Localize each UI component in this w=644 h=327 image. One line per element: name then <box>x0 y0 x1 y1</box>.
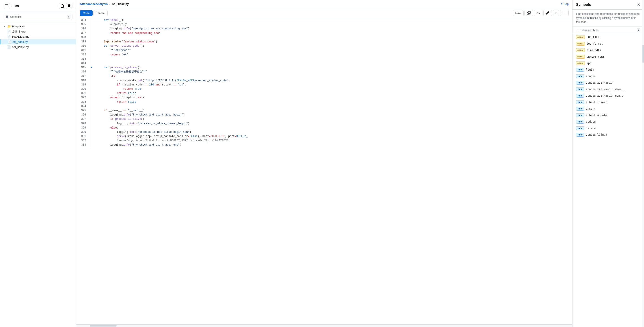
table-row: 305 # 这样写日志 <box>76 22 572 27</box>
folder-icon: 📁 <box>7 25 11 28</box>
symbol-item-app[interactable]: const app <box>572 60 644 66</box>
symbol-item-zongbu-kaoqin[interactable]: func zongbu_xzz_kaoqin <box>572 80 644 86</box>
table-row: 314 <box>76 61 572 66</box>
symbol-type-badge: const <box>576 61 585 65</box>
symbol-item-insert[interactable]: func insert <box>572 106 644 112</box>
filter-icon <box>576 28 579 32</box>
search-button[interactable] <box>66 3 72 9</box>
table-row: 331 serve(TransLogger(app, setup_console… <box>76 134 572 138</box>
symbol-item-zongbu[interactable]: func zongbu <box>572 73 644 80</box>
blame-tab[interactable]: Blame <box>94 10 108 16</box>
breadcrumb-separator: / <box>110 2 110 6</box>
table-row: 306 logging.info("myendpoint We are comp… <box>76 27 572 31</box>
file-name: sql_flask.py <box>12 40 28 44</box>
breadcrumb-file: sql_flask.py <box>112 2 129 6</box>
symbols-header: Symbols ✕ <box>572 0 644 10</box>
new-file-button[interactable] <box>59 3 65 9</box>
tree-item-dsstore[interactable]: 📄 .DS_Store <box>0 29 76 34</box>
symbol-item-submit-update[interactable]: func submit_update <box>572 112 644 118</box>
table-row: 326 logging.info("try check and start ap… <box>76 113 572 117</box>
table-row: 315 ▼ def process_is_alive(): <box>76 66 572 70</box>
symbol-item-update[interactable]: func update <box>572 118 644 125</box>
table-row: 313 <box>76 57 572 61</box>
copy-button[interactable] <box>524 10 533 16</box>
table-row: 320 return True <box>76 87 572 91</box>
symbol-type-badge: func <box>576 87 584 91</box>
symbol-name: zongbu_lijuan <box>586 133 607 136</box>
symbols-scrollbar-track[interactable] <box>642 0 644 327</box>
symbol-name: submit_update <box>586 114 607 117</box>
top-button[interactable]: Top <box>560 2 569 6</box>
table-row: 330 logging.info("process_is_not_alive_b… <box>76 130 572 134</box>
file-icon: 📄 <box>8 40 11 44</box>
symbol-type-badge: func <box>576 133 584 136</box>
main-content: AttendanceAnalysis / sql_flask.py Top Co… <box>76 0 572 327</box>
table-row: 304 def index(): <box>76 18 572 22</box>
symbol-item-zongbu-kaoqin-daoc[interactable]: func zongbu_xzz_kaoqin_daoc... <box>572 86 644 92</box>
file-icon: 📄 <box>7 30 11 33</box>
symbols-description: Find definitions and references for func… <box>572 10 644 26</box>
goto-file-input[interactable]: Go to file t <box>4 14 72 20</box>
symbol-name: log_format <box>586 42 603 45</box>
breadcrumb-repo-link[interactable]: AttendanceAnalysis <box>80 2 108 6</box>
edit-button[interactable] <box>543 10 552 16</box>
symbol-type-badge: func <box>576 107 584 110</box>
symbol-type-badge: func <box>576 120 584 124</box>
tree-item-sql-flask[interactable]: 📄 sql_flask.py <box>0 39 76 44</box>
close-button[interactable]: ✕ <box>637 3 640 7</box>
file-header: AttendanceAnalysis / sql_flask.py Top <box>76 0 572 8</box>
symbols-button[interactable] <box>560 10 569 16</box>
sidebar-toggle-button[interactable] <box>4 3 10 9</box>
raw-button[interactable]: Raw <box>513 10 524 16</box>
symbol-type-badge: func <box>576 94 584 98</box>
toolbar-actions: Raw ▾ <box>513 10 569 16</box>
scrollbar-thumb[interactable] <box>90 325 116 326</box>
code-area[interactable]: 304 def index(): 305 # 这样写日志 306 logging… <box>76 18 572 324</box>
symbol-type-badge: func <box>576 126 584 130</box>
table-row: 310 def server_status_code(): <box>76 44 572 48</box>
file-icon: 📄 <box>7 45 11 49</box>
symbol-item-time-hdls[interactable]: const time_hdls <box>572 47 644 54</box>
tree-item-readme[interactable]: 📄 README.md <box>0 34 76 39</box>
symbol-name: zongbu_xzz_kaoqin_daoc... <box>586 88 626 91</box>
symbol-type-badge: func <box>576 100 584 104</box>
symbol-name: insert <box>586 107 596 110</box>
symbol-item-submit-insert[interactable]: func submit_insert <box>572 99 644 106</box>
symbol-item-deploy-port[interactable]: const DEPLOY_PORT <box>572 54 644 60</box>
goto-file-bar: Go to file t <box>0 12 76 22</box>
table-row: 307 return 'We are computering now' <box>76 31 572 36</box>
symbols-scrollbar-thumb[interactable] <box>642 45 644 63</box>
table-row: 308 <box>76 36 572 40</box>
table-row: 329 else: <box>76 126 572 130</box>
filter-shortcut: r <box>637 28 640 32</box>
table-row: 318 r = requests.get(f"http://127.0.0.1:… <box>76 78 572 83</box>
more-options-button[interactable]: ▾ <box>553 10 559 16</box>
table-row: 333 logging.info("try check and start ap… <box>76 143 572 147</box>
symbol-name: submit_insert <box>586 101 607 104</box>
chevron-down-icon: ▼ <box>4 25 6 28</box>
goto-file-shortcut: t <box>67 15 70 18</box>
symbol-item-zongbu-kaoqin-gon[interactable]: func zongbu_xzz_kaoqin_gon... <box>572 92 644 99</box>
code-tab[interactable]: Code <box>80 10 92 16</box>
tree-item-sql-lianjie[interactable]: 📄 sql_lianjie.py <box>0 44 76 50</box>
symbol-item-log-file[interactable]: const LOG_FILE <box>572 34 644 40</box>
symbol-item-zongbu-lijuan[interactable]: func zongbu_lijuan <box>572 132 644 138</box>
table-row: 325 if __name__ == "__main__": <box>76 108 572 113</box>
symbol-type-badge: func <box>576 74 584 78</box>
symbol-name: login <box>586 68 594 71</box>
folder-name: templates <box>12 25 25 28</box>
code-toolbar: Code Blame Raw ▾ <box>76 8 572 18</box>
table-row: 317 try: <box>76 74 572 78</box>
symbol-item-delete[interactable]: func delete <box>572 125 644 132</box>
download-button[interactable] <box>534 10 542 16</box>
symbol-name: DEPLOY_PORT <box>586 55 604 58</box>
horizontal-scrollbar[interactable] <box>76 324 572 327</box>
symbols-list: const LOG_FILE const log_format const ti… <box>572 34 644 327</box>
symbol-item-log-format[interactable]: const log_format <box>572 40 644 47</box>
symbol-name: time_hdls <box>586 49 601 52</box>
sidebar-title: Files <box>12 4 57 8</box>
table-row: 322 except Exception as e: <box>76 96 572 100</box>
symbol-name: LOG_FILE <box>586 36 600 39</box>
tree-item-templates[interactable]: ▼ 📁 templates <box>0 24 76 29</box>
symbol-item-login[interactable]: func login <box>572 66 644 73</box>
